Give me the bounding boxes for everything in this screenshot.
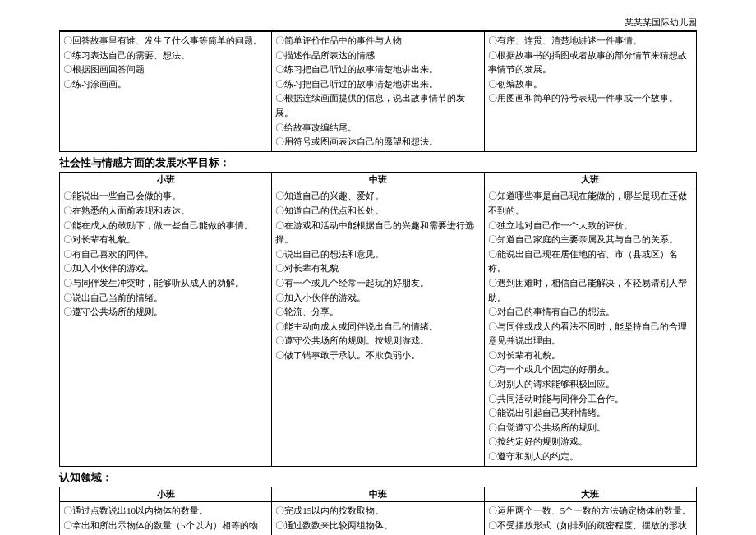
social-cell-small: 〇能说出一些自己会做的事。〇在熟悉的人面前表现和表达。〇能在成人的鼓励下，做一些… [60,187,272,466]
list-item: 〇对别人的请求能够积极回应。 [488,377,693,392]
cognitive-header-big: 大班 [484,487,696,502]
list-item: 〇遵守公共场所的规则。 [63,305,268,320]
social-header-small: 小班 [60,172,272,187]
list-item: 〇按约定好的规则游戏。 [488,435,693,450]
list-item: 〇创编故事。 [488,77,693,92]
list-item: 〇有一个或几个固定的好朋友。 [488,362,693,377]
social-cell-big: 〇知道哪些事是自己现在能做的，哪些是现在还做不到的。〇独立地对自己作一个大致的评… [484,187,696,466]
header-org: 某某某国际幼儿园 [59,16,697,29]
list-item: 〇共同活动时能与同伴分工合作。 [488,392,693,407]
social-table: 小班 中班 大班 〇能说出一些自己会做的事。〇在熟悉的人面前表现和表达。〇能在成… [59,172,697,467]
list-item: 〇练习涂画画。 [63,77,268,92]
list-item: 〇在游戏和活动中能根据自己的兴趣和需要进行选择。 [275,219,480,247]
list-item: 〇在熟悉的人面前表现和表达。 [63,204,268,219]
list-item: 〇与同伴或成人的看法不同时，能坚持自己的合理意见并说出理由。 [488,320,693,348]
social-section-title: 社会性与情感方面的发展水平目标： [59,155,697,170]
list-item: 〇练习把自己听过的故事清楚地讲出来。 [275,62,480,77]
list-item: 〇通过点数说出10以内物体的数量。 [63,504,268,519]
list-item: 〇对长辈有礼貌。 [488,348,693,363]
list-item: 〇加入小伙伴的游戏。 [275,291,480,306]
cognitive-section-title: 认知领域： [59,470,697,485]
list-item: 〇能主动向成人或同伴说出自己的情绪。 [275,320,480,334]
list-item: 〇能在成人的鼓励下，做一些自己能做的事情。 [63,219,268,233]
top-continuation-table: 〇回答故事里有谁、发生了什么事等简单的问题。〇练习表达自己的需要、想法。〇根据图… [59,31,697,152]
list-item: 〇知道自己家庭的主要亲属及其与自己的关系。 [488,233,693,247]
list-item: 〇根据连续画面提供的信息，说出故事情节的发展。 [275,91,480,120]
list-item: 〇练习表达自己的需要、想法。 [63,48,268,63]
list-item: 〇用图画和简单的符号表现一件事或一个故事。 [488,91,693,106]
list-item: 〇有序、连贯、清楚地讲述一件事情。 [488,34,693,48]
top-cell-mid: 〇简单评价作品中的事件与人物〇描述作品所表达的情感〇练习把自己听过的故事清楚地讲… [272,32,484,152]
list-item: 〇说出自己当前的情绪。 [63,291,268,306]
list-item: 〇练习把自己听过的故事清楚地讲出来。 [275,77,480,92]
list-item: 〇用符号或图画表达自己的愿望和想法。 [275,135,480,150]
list-item: 〇能说出一些自己会做的事。 [63,189,268,204]
list-item: 〇根据故事书的插图或者故事的部分情节来猜想故事情节的发展。 [488,48,693,77]
top-cell-big: 〇有序、连贯、清楚地讲述一件事情。〇根据故事书的插图或者故事的部分情节来猜想故事… [484,32,696,152]
list-item: 〇遵守公共场所的规则。按规则游戏。 [275,334,480,348]
list-item: 〇能说出引起自己某种情绪。 [488,406,693,421]
list-item: 〇回答故事里有谁、发生了什么事等简单的问题。 [63,34,268,48]
cognitive-header-mid: 中班 [272,487,484,502]
list-item: 〇说出自己的想法和意见。 [275,247,480,262]
list-item: 〇独立地对自己作一个大致的评价。 [488,219,693,233]
list-item: 〇加入小伙伴的游戏。 [63,261,268,276]
social-header-mid: 中班 [272,172,484,187]
list-item: 〇有自己喜欢的同伴。 [63,247,268,262]
top-cell-small: 〇回答故事里有谁、发生了什么事等简单的问题。〇练习表达自己的需要、想法。〇根据图… [60,32,272,152]
list-item: 〇自觉遵守公共场所的规则。 [488,421,693,436]
list-item: 〇做了错事敢于承认。不欺负弱小。 [275,348,480,363]
list-item: 〇对自己的事情有自己的想法。 [488,305,693,320]
list-item: 〇知道自己的优点和长处。 [275,204,480,219]
social-cell-mid: 〇知道自己的兴趣、爱好。〇知道自己的优点和长处。〇在游戏和活动中能根据自己的兴趣… [272,187,484,466]
cognitive-header-small: 小班 [60,487,272,502]
list-item: 〇运用两个一数、5个一数的方法确定物体的数量。 [488,504,693,519]
list-item: 〇根据图画回答问题 [63,62,268,77]
page-number: 3 [0,519,756,528]
social-header-big: 大班 [484,172,696,187]
list-item: 〇能说出自己现在居住地的省、市（县或区）名称。 [488,247,693,276]
list-item: 〇给故事改编结尾。 [275,121,480,136]
list-item: 〇对长辈有礼貌 [275,261,480,276]
list-item: 〇完成15以内的按数取物。 [275,504,480,519]
list-item: 〇描述作品所表达的情感 [275,48,480,63]
list-item: 〇知道哪些事是自己现在能做的，哪些是现在还做不到的。 [488,189,693,218]
list-item: 〇与同伴发生冲突时，能够听从成人的劝解。 [63,276,268,291]
list-item: 〇知道自己的兴趣、爱好。 [275,189,480,204]
list-item: 〇遇到困难时，相信自己能解决，不轻易请别人帮助。 [488,276,693,305]
list-item: 〇轮流、分享。 [275,305,480,320]
list-item: 〇简单评价作品中的事件与人物 [275,34,480,48]
list-item: 〇有一个或几个经常一起玩的好朋友。 [275,276,480,291]
list-item: 〇对长辈有礼貌。 [63,233,268,247]
list-item: 〇遵守和别人的约定。 [488,450,693,464]
